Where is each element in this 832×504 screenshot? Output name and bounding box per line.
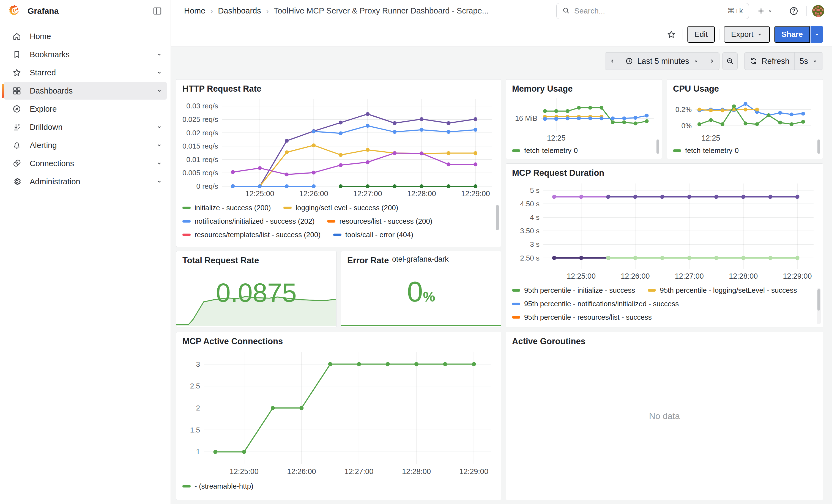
sidebar-item-home[interactable]: Home bbox=[4, 27, 167, 45]
legend-item[interactable]: fetch-telemetry-0 bbox=[673, 144, 739, 157]
x-axis-label: 12:28:00 bbox=[729, 272, 758, 280]
panel-title[interactable]: Total Request Rate bbox=[182, 256, 259, 265]
chevron-down-icon bbox=[813, 31, 820, 38]
legend-label: tools/call - error (404) bbox=[345, 231, 413, 239]
breadcrumb-dashboards[interactable]: Dashboards bbox=[218, 6, 261, 16]
chevron-down-icon[interactable] bbox=[156, 51, 163, 58]
time-forward-button[interactable] bbox=[704, 53, 719, 70]
legend-item[interactable]: tools/call - success (200) bbox=[182, 242, 273, 243]
grid-icon bbox=[12, 86, 22, 96]
legend-item[interactable]: 95th percentile - notifications/initiali… bbox=[512, 297, 679, 311]
y-axis-label: 16 MiB bbox=[515, 114, 537, 123]
legend-item[interactable]: tools/call - error (404) bbox=[333, 228, 413, 242]
sidebar-item-administration[interactable]: Administration bbox=[4, 173, 167, 190]
time-series-chart[interactable]: 12:2516 MiB bbox=[510, 96, 657, 143]
time-range-picker[interactable]: Last 5 minutes bbox=[620, 53, 704, 70]
legend-item[interactable]: notifications/initialized - success (202… bbox=[182, 215, 314, 228]
chevron-down-icon[interactable] bbox=[156, 124, 163, 131]
chevron-down-icon bbox=[693, 58, 699, 64]
zoom-out-button[interactable] bbox=[723, 53, 737, 70]
legend-item[interactable]: initialize - success (200) bbox=[182, 201, 271, 215]
brand-title[interactable]: Grafana bbox=[27, 6, 59, 16]
divider bbox=[781, 6, 781, 16]
legend-scrollbar[interactable] bbox=[656, 139, 659, 154]
stat-unit: % bbox=[423, 289, 435, 304]
breadcrumb-separator: › bbox=[266, 6, 269, 16]
panel-title[interactable]: Active Goroutines bbox=[512, 337, 586, 346]
sidebar-item-dashboards[interactable]: Dashboards bbox=[4, 82, 167, 100]
nav-left: Grafana bbox=[0, 0, 171, 22]
x-axis-label: 12:25 bbox=[702, 134, 720, 142]
add-button[interactable] bbox=[754, 4, 775, 18]
time-series-chart[interactable]: 12:25:0012:26:0012:27:0012:28:0012:29:00… bbox=[510, 180, 818, 283]
panel-title[interactable]: MCP Active Connections bbox=[182, 337, 283, 346]
sidebar-toggle-icon[interactable] bbox=[150, 4, 164, 18]
sidebar-item-label: Administration bbox=[30, 177, 80, 186]
legend-item[interactable]: 95th percentile - logging/setLevel - suc… bbox=[648, 284, 797, 297]
legend-item[interactable]: logging/setLevel - success (200) bbox=[283, 201, 398, 215]
sidebar-item-drilldown[interactable]: Drilldown bbox=[4, 118, 167, 136]
sidebar-item-starred[interactable]: Starred bbox=[4, 64, 167, 81]
time-series-chart[interactable]: 12:25:0012:26:0012:27:0012:28:0012:29:00… bbox=[181, 348, 497, 479]
panel-title[interactable]: MCP Request Duration bbox=[512, 168, 604, 178]
time-series-chart[interactable]: 12:250.2%0% bbox=[671, 96, 818, 143]
legend-item[interactable]: unknown - success (200) bbox=[387, 242, 479, 243]
share-options-button[interactable] bbox=[810, 26, 823, 43]
legend-item[interactable]: resources/templates/list - success (200) bbox=[182, 228, 320, 242]
sidebar-item-bookmarks[interactable]: Bookmarks bbox=[4, 46, 167, 63]
search-box[interactable]: ⌘+k bbox=[556, 3, 749, 19]
legend-item[interactable]: fetch-telemetry-0 bbox=[512, 144, 578, 157]
breadcrumb-home[interactable]: Home bbox=[184, 6, 205, 16]
star-dashboard-button[interactable] bbox=[665, 27, 678, 41]
legend-scrollbar[interactable] bbox=[817, 289, 820, 311]
chevron-down-icon[interactable] bbox=[156, 142, 163, 149]
legend-label: resources/list - success (200) bbox=[339, 217, 432, 226]
share-button[interactable]: Share bbox=[774, 26, 810, 43]
chart-legend: - (streamable-http) bbox=[182, 479, 495, 494]
legend-item[interactable]: - (streamable-http) bbox=[182, 479, 253, 493]
chevron-down-icon[interactable] bbox=[156, 69, 163, 76]
search-input[interactable] bbox=[574, 7, 723, 16]
legend-item[interactable]: tools/list - success (200) bbox=[286, 242, 375, 243]
y-axis-label: 4 s bbox=[530, 213, 540, 221]
star-icon bbox=[12, 68, 22, 77]
legend-item[interactable]: resources/list - success (200) bbox=[327, 215, 432, 228]
export-label: Export bbox=[731, 30, 753, 39]
sidebar-item-connections[interactable]: Connections bbox=[4, 155, 167, 172]
legend-item[interactable]: 95th percentile - resources/list - succe… bbox=[512, 311, 652, 323]
legend-label: 95th percentile - resources/list - succe… bbox=[524, 313, 652, 322]
legend-item[interactable]: 95th percentile - initialize - success bbox=[512, 284, 635, 297]
refresh-interval-picker[interactable]: 5s bbox=[795, 53, 823, 70]
bookmark-icon bbox=[12, 50, 22, 59]
panel-title[interactable]: HTTP Request Rate bbox=[182, 84, 261, 94]
edit-button[interactable]: Edit bbox=[687, 26, 715, 43]
panel-title[interactable]: CPU Usage bbox=[673, 84, 719, 94]
chevron-down-icon[interactable] bbox=[156, 160, 163, 167]
x-axis-label: 12:28:00 bbox=[407, 190, 436, 198]
panel-title[interactable]: Error Rate bbox=[347, 256, 389, 265]
export-button[interactable]: Export bbox=[724, 26, 770, 43]
legend-swatch bbox=[182, 220, 191, 222]
panel-title[interactable]: Memory Usage bbox=[512, 84, 573, 94]
refresh-button[interactable]: Refresh bbox=[745, 53, 795, 70]
chevron-down-icon bbox=[757, 31, 763, 37]
x-axis-label: 12:25:00 bbox=[245, 190, 274, 198]
sidebar-item-alerting[interactable]: Alerting bbox=[4, 136, 167, 154]
time-back-button[interactable] bbox=[605, 53, 620, 70]
legend-scrollbar[interactable] bbox=[496, 205, 499, 230]
y-axis-label: 2.5 bbox=[190, 382, 200, 390]
time-controls: Last 5 minutes R bbox=[605, 52, 823, 70]
chevron-down-icon[interactable] bbox=[156, 87, 163, 95]
chevron-down-icon[interactable] bbox=[156, 178, 163, 185]
legend-swatch bbox=[673, 150, 681, 152]
sidebar-item-explore[interactable]: Explore bbox=[4, 100, 167, 118]
legend-swatch bbox=[182, 485, 191, 487]
avatar[interactable] bbox=[812, 5, 824, 17]
help-icon[interactable] bbox=[787, 4, 801, 18]
time-series-chart[interactable]: 12:25:0012:26:0012:27:0012:28:0012:29:00… bbox=[181, 96, 497, 201]
grafana-logo[interactable] bbox=[8, 4, 21, 18]
sidebar-item-label: Connections bbox=[30, 159, 74, 168]
legend-scrollbar[interactable] bbox=[817, 139, 820, 154]
x-axis-label: 12:27:00 bbox=[353, 190, 382, 198]
y-axis-label: 3.50 s bbox=[520, 227, 540, 235]
